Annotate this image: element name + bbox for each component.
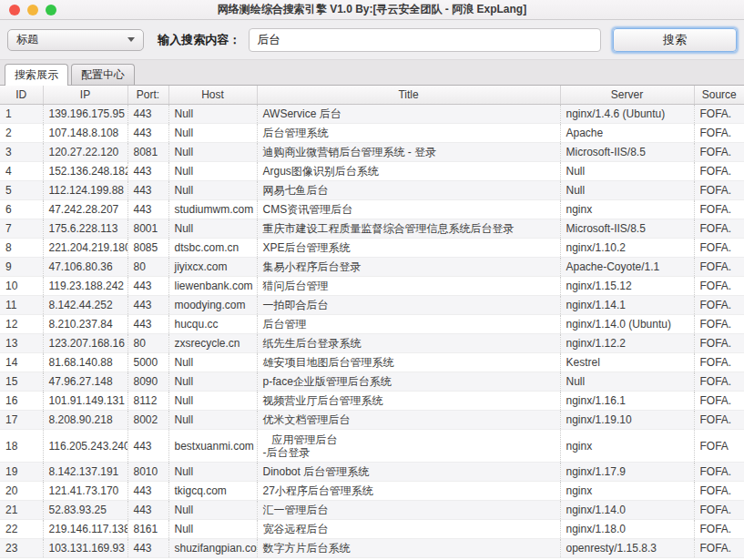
cell-id: 16 [0, 391, 43, 410]
cell-source: FOFA. [694, 142, 744, 161]
search-button[interactable]: 搜索 [613, 28, 737, 52]
cell-source: FOFA. [694, 410, 744, 429]
table-row[interactable]: 8 221.204.219.180 8085 dtsbc.com.cn XPE后… [0, 238, 744, 257]
cell-host: Null [168, 410, 257, 429]
cell-host: Null [168, 372, 257, 391]
cell-title: 后台管理系统 [257, 123, 560, 142]
table-row[interactable]: 22 219.146.117.138 8161 Null 宽谷远程后台 ngin… [0, 519, 744, 538]
table-body: 1 139.196.175.95 443 Null AWService 后台 n… [0, 104, 744, 557]
cell-id: 17 [0, 410, 43, 429]
cell-title: CMS资讯管理后台 [257, 199, 560, 219]
chevron-down-icon [127, 37, 135, 42]
column-header-port[interactable]: Port: [127, 86, 168, 104]
tab-search-display[interactable]: 搜索展示 [5, 64, 68, 86]
cell-port: 8161 [127, 519, 168, 538]
table-row[interactable]: 7 175.6.228.113 8001 Null 重庆市建设工程质量监督综合管… [0, 219, 744, 238]
table-row[interactable]: 20 121.41.73.170 443 tkigcq.com 27小程序后台管… [0, 481, 744, 500]
cell-title: 纸先生后台登录系统 [257, 333, 560, 352]
cell-id: 3 [0, 142, 43, 161]
cell-ip: 47.96.27.148 [43, 372, 127, 391]
cell-ip: 119.23.188.242 [43, 276, 127, 295]
cell-id: 15 [0, 372, 43, 391]
table-row[interactable]: 14 81.68.140.88 5000 Null 雄安项目地图后台管理系统 K… [0, 352, 744, 372]
cell-id: 14 [0, 352, 43, 372]
cell-ip: 101.91.149.131 [43, 391, 127, 410]
column-header-source[interactable]: Source [694, 86, 744, 104]
cell-server: nginx/1.16.1 [560, 391, 694, 410]
cell-ip: 8.142.44.252 [43, 295, 127, 314]
table-row[interactable]: 10 119.23.188.242 443 liewenbank.com 猎问后… [0, 276, 744, 295]
cell-server: Kestrel [560, 352, 694, 372]
column-header-id[interactable]: ID [0, 86, 43, 104]
table-row[interactable]: 13 123.207.168.16 80 zxsrecycle.cn 纸先生后台… [0, 333, 744, 352]
close-button[interactable] [9, 5, 20, 15]
cell-port: 8081 [127, 142, 168, 161]
cell-id: 12 [0, 314, 43, 333]
table-row[interactable]: 17 8.208.90.218 8002 Null 优米文档管理后台 nginx… [0, 410, 744, 429]
cell-ip: 112.124.199.88 [43, 180, 127, 199]
table-row[interactable]: 3 120.27.22.120 8081 Null 迪购商业微营销后台管理系统 … [0, 142, 744, 161]
table-row[interactable]: 11 8.142.44.252 443 moodying.com 一拍即合后台 … [0, 295, 744, 314]
cell-title: 迪购商业微营销后台管理系统 - 登录 [257, 142, 560, 161]
search-input-label: 输入搜索内容： [158, 32, 240, 48]
table-row[interactable]: 5 112.124.199.88 443 Null 网易七鱼后台 Null FO… [0, 180, 744, 199]
cell-port: 80 [127, 333, 168, 352]
cell-port: 5000 [127, 352, 168, 372]
table-row[interactable]: 21 52.83.93.25 443 Null 汇一管理后台 nginx/1.1… [0, 500, 744, 519]
cell-host: jiyixcx.com [168, 257, 257, 276]
column-header-server[interactable]: Server [560, 86, 694, 104]
cell-source: FOFA. [694, 372, 744, 391]
table-row[interactable]: 9 47.106.80.36 80 jiyixcx.com 集易小程序后台登录 … [0, 257, 744, 276]
cell-port: 443 [127, 276, 168, 295]
cell-host: Null [168, 180, 257, 199]
cell-ip: 107.148.8.108 [43, 123, 127, 142]
cell-server: nginx/1.4.6 (Ubuntu) [560, 104, 694, 123]
column-header-ip[interactable]: IP [43, 86, 127, 104]
results-table: ID IP Port: Host Title Server Source 1 1… [0, 86, 744, 558]
cell-host: Null [168, 104, 257, 123]
table-row[interactable]: 16 101.91.149.131 8112 Null 视频营业厅后台管理系统 … [0, 391, 744, 410]
cell-host: Null [168, 123, 257, 142]
table-row[interactable]: 2 107.148.8.108 443 Null 后台管理系统 Apache F… [0, 123, 744, 142]
cell-host: hucqu.cc [168, 314, 257, 333]
cell-ip: 47.242.28.207 [43, 199, 127, 219]
column-header-title[interactable]: Title [257, 86, 560, 104]
table-row[interactable]: 23 103.131.169.93 443 shuzifangpian.com … [0, 538, 744, 557]
cell-ip: 8.142.137.191 [43, 462, 127, 481]
zoom-button[interactable] [46, 5, 56, 15]
table-row[interactable]: 15 47.96.27.148 8090 Null p-face企业版管理后台系… [0, 372, 744, 391]
cell-server: Null [560, 161, 694, 180]
cell-source: FOFA. [694, 391, 744, 410]
table-row[interactable]: 18 116.205.243.240 443 bestxuanmi.com 应用… [0, 429, 744, 462]
search-input[interactable] [249, 28, 601, 52]
cell-id: 10 [0, 276, 43, 295]
table-row[interactable]: 4 152.136.248.182 443 Null Argus图像识别后台系统… [0, 161, 744, 180]
cell-source: FOFA. [694, 180, 744, 199]
cell-host: Null [168, 352, 257, 372]
cell-host: studiumwm.com [168, 199, 257, 219]
minimize-button[interactable] [27, 5, 38, 15]
cell-source: FOFA. [694, 295, 744, 314]
cell-title: 宽谷远程后台 [257, 519, 560, 538]
column-header-host[interactable]: Host [168, 86, 257, 104]
cell-port: 8112 [127, 391, 168, 410]
cell-title: 重庆市建设工程质量监督综合管理信息系统后台登录 [257, 219, 560, 238]
table-row[interactable]: 6 47.242.28.207 443 studiumwm.com CMS资讯管… [0, 199, 744, 219]
cell-source: FOFA. [694, 238, 744, 257]
cell-source: FOFA [694, 429, 744, 462]
tab-config-center[interactable]: 配置中心 [71, 64, 135, 85]
table-row[interactable]: 19 8.142.137.191 8010 Null Dinobot 后台管理系… [0, 462, 744, 481]
cell-ip: 139.196.175.95 [43, 104, 127, 123]
search-field-dropdown[interactable]: 标题 [7, 29, 144, 51]
cell-ip: 8.208.90.218 [43, 410, 127, 429]
table-row[interactable]: 1 139.196.175.95 443 Null AWService 后台 n… [0, 104, 744, 123]
cell-server: Null [560, 180, 694, 199]
cell-id: 13 [0, 333, 43, 352]
cell-source: FOFA. [694, 161, 744, 180]
cell-host: bestxuanmi.com [168, 429, 257, 462]
table-row[interactable]: 12 8.210.237.84 443 hucqu.cc 后台管理 nginx/… [0, 314, 744, 333]
cell-ip: 120.27.22.120 [43, 142, 127, 161]
cell-server: nginx/1.10.2 [560, 238, 694, 257]
cell-source: FOFA. [694, 104, 744, 123]
cell-server: nginx/1.12.2 [560, 333, 694, 352]
